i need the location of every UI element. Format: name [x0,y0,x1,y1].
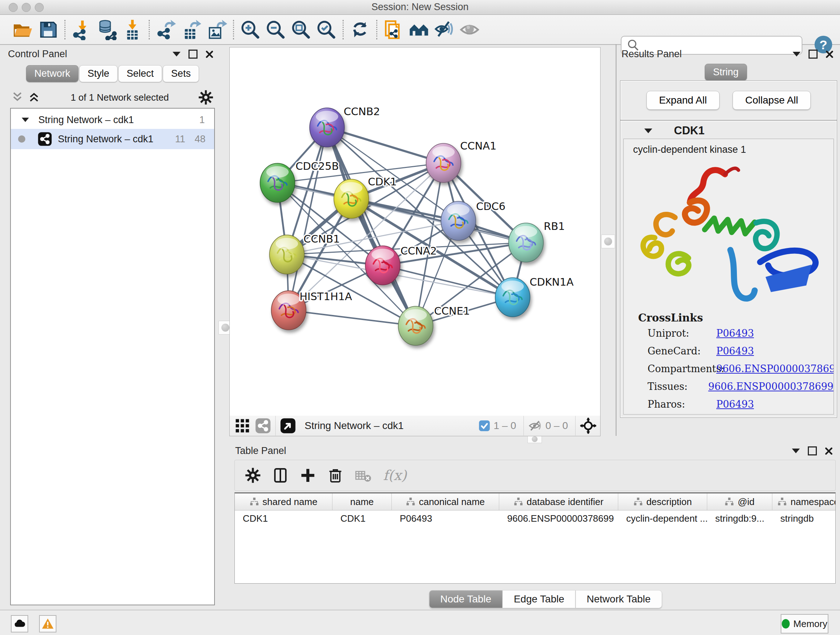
collection-expander-icon[interactable] [22,118,29,122]
table-panel-menu-icon[interactable] [792,448,800,453]
collapse-all-chevrons-icon[interactable] [27,91,41,103]
results-panel-close-icon[interactable] [826,50,834,58]
column-header-shared-name[interactable]: shared name [235,494,332,510]
hidden-eye-icon[interactable] [528,418,543,433]
node-label-CDK1: CDK1 [368,176,397,188]
export-network-button[interactable] [155,19,177,41]
zoom-selected-button[interactable] [316,19,337,41]
show-columns-icon[interactable] [272,467,288,483]
control-panel-menu-icon[interactable] [172,52,180,57]
node-CCNB2[interactable] [309,108,344,147]
network-view-panel: CCNB2CCNA1CDC25BCDK1CDC6RB1CCNB1CCNA2CDK… [229,44,600,436]
zoom-fit-button[interactable] [290,19,312,41]
table-panel-close-icon[interactable] [825,447,833,455]
right-splitter-handle[interactable] [601,234,615,249]
edge-CCNB2-HIST1H1A[interactable] [289,127,327,310]
column-header-id[interactable]: @id [707,494,772,510]
cell-namespace[interactable]: stringdb [772,510,836,526]
node-CDK1[interactable] [334,179,369,218]
refresh-button[interactable] [349,19,371,41]
import-table-button[interactable] [122,19,143,41]
column-header-canonical-name[interactable]: canonical name [392,494,499,510]
import-network-database-button[interactable] [96,19,118,41]
grid-view-icon[interactable] [235,418,250,433]
table-row[interactable]: CDK1CDK1P064939606.ENSP00000378699cyclin… [235,510,835,526]
cell-canonical-name[interactable]: P06493 [392,510,499,526]
crosslink-link[interactable]: P06493 [716,345,754,356]
delete-table-icon [355,467,371,483]
node-CCNE1[interactable] [398,306,433,345]
control-panel-close-icon[interactable] [205,50,213,58]
network-row-selected[interactable]: String Network – cdk1 11 48 [11,129,214,149]
column-header-namespace[interactable]: namespace [772,494,836,510]
table-panel-float-icon[interactable] [808,447,817,455]
warnings-button[interactable] [39,615,57,632]
results-panel-float-icon[interactable] [808,50,818,59]
protein-expander-icon[interactable] [644,128,652,133]
column-header-name[interactable]: name [332,494,392,510]
table-panel: Table Panel [229,443,840,610]
tab-select[interactable]: Select [118,65,162,82]
zoom-out-button[interactable] [265,19,286,41]
horizontal-splitter-handle[interactable] [527,435,542,443]
node-CDC25B[interactable] [260,163,295,203]
control-panel-float-icon[interactable] [188,50,197,59]
expand-all-button[interactable]: Expand All [646,91,720,110]
cell-id[interactable]: stringdb:9... [707,510,772,526]
tab-sets[interactable]: Sets [163,65,199,82]
export-image-button[interactable] [206,19,227,41]
tab-node-table[interactable]: Node Table [429,590,502,608]
open-session-button[interactable] [12,19,34,41]
houses-button[interactable] [408,19,430,41]
network-list-gear-icon[interactable] [198,90,213,105]
crosslink-row: Compartments: 9606.ENSP00000378699 [647,363,834,374]
crosslink-link[interactable]: 9606.ENSP00000378699 [708,381,834,392]
tab-string[interactable]: String [705,64,747,81]
node-CDKN1A[interactable] [495,278,530,317]
zoom-in-button[interactable] [240,19,261,41]
column-header-description[interactable]: description [618,494,707,510]
memory-button[interactable]: Memory [781,614,829,633]
tab-network-table[interactable]: Network Table [576,590,662,608]
cell-database-identifier[interactable]: 9606.ENSP00000378699 [499,510,618,526]
node-CCNA1[interactable] [426,143,461,182]
birds-eye-view-icon[interactable] [280,418,296,434]
network-collection-row[interactable]: String Network – cdk1 1 [11,109,214,129]
tab-network[interactable]: Network [26,65,79,82]
table-settings-gear-icon[interactable] [245,467,261,483]
protein-section-header[interactable]: CDK1 [621,120,837,140]
node-RB1[interactable] [508,223,543,262]
tab-edge-table[interactable]: Edge Table [502,590,576,608]
collapse-all-button[interactable]: Collapse All [733,91,811,110]
selected-checkbox-icon[interactable] [478,420,491,432]
cloud-button[interactable] [11,615,28,632]
expand-all-chevrons-icon[interactable] [10,91,25,103]
crosslink-link[interactable]: P06493 [716,399,754,410]
tab-style[interactable]: Style [79,65,118,82]
share-view-icon[interactable] [255,418,271,434]
node-CDC6[interactable] [441,201,476,241]
add-column-icon[interactable] [300,467,316,483]
crosslink-link[interactable]: 9606.ENSP00000378699 [716,363,834,374]
save-session-button[interactable] [37,19,59,41]
node-CCNB1[interactable] [270,235,304,274]
cell-name[interactable]: CDK1 [332,510,392,526]
show-hide-graphics-details-button[interactable] [433,19,455,41]
disabled-eye-button[interactable] [459,19,480,41]
edge-HIST1H1A-CCNE1[interactable] [289,310,416,326]
column-type-icon [406,497,415,507]
results-panel-menu-icon[interactable] [793,52,801,57]
column-header-database-identifier[interactable]: database identifier [499,494,618,510]
crosslink-link[interactable]: P06493 [716,328,754,339]
cell-description[interactable]: cyclin-dependent ... [618,510,707,526]
edge-CCNB2-CCNA1[interactable] [327,127,444,163]
network-document-button[interactable] [383,19,404,41]
pan-crosshair-icon[interactable] [580,417,597,434]
node-CCNA2[interactable] [365,246,400,285]
crosslink-label: Compartments: [647,363,716,374]
export-table-button[interactable] [180,19,202,41]
delete-column-icon[interactable] [327,467,343,483]
network-canvas[interactable]: CCNB2CCNA1CDC25BCDK1CDC6RB1CCNB1CCNA2CDK… [229,47,600,416]
cell-shared-name[interactable]: CDK1 [235,510,332,526]
import-network-file-button[interactable] [71,19,93,41]
